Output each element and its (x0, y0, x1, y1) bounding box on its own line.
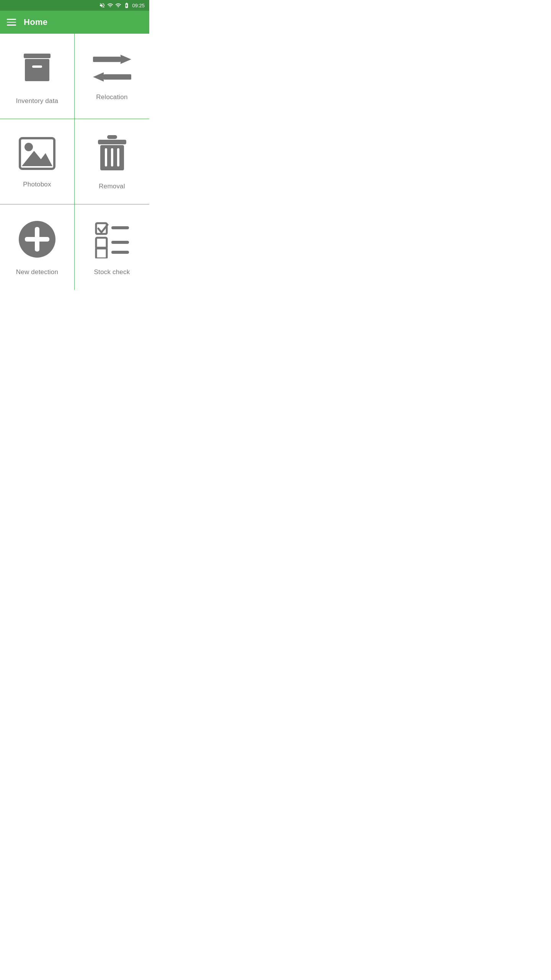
svg-rect-22 (111, 241, 129, 244)
wifi-icon (107, 2, 113, 8)
svg-rect-0 (24, 54, 51, 58)
signal-icon (115, 2, 121, 8)
svg-rect-20 (111, 226, 129, 229)
image-icon (18, 136, 56, 172)
svg-rect-15 (117, 148, 119, 167)
plus-circle-icon (18, 220, 56, 260)
main-grid: Inventory data Relocation (0, 34, 149, 290)
box-icon (18, 49, 56, 89)
stock-check-label: Stock check (94, 268, 130, 276)
app-bar: Home (0, 11, 149, 34)
svg-rect-13 (105, 148, 107, 167)
svg-rect-6 (104, 74, 131, 80)
svg-point-8 (24, 143, 33, 151)
removal-label: Removal (99, 183, 125, 190)
relocation-label: Relocation (96, 93, 127, 101)
battery-icon (123, 2, 130, 8)
mute-icon (99, 2, 105, 8)
trash-icon (95, 134, 129, 174)
status-bar: 09:25 (0, 0, 149, 11)
new-detection-button[interactable]: New detection (0, 204, 75, 290)
stock-check-button[interactable]: Stock check (75, 204, 149, 290)
svg-marker-4 (121, 55, 131, 64)
svg-rect-2 (32, 65, 42, 68)
svg-marker-5 (93, 72, 104, 82)
checklist-icon (93, 220, 131, 260)
removal-button[interactable]: Removal (75, 119, 149, 204)
status-time: 09:25 (132, 3, 145, 8)
photobox-button[interactable]: Photobox (0, 119, 75, 204)
svg-rect-11 (98, 140, 126, 144)
inventory-data-button[interactable]: Inventory data (0, 34, 75, 119)
svg-rect-3 (93, 57, 121, 62)
inventory-data-label: Inventory data (16, 97, 59, 105)
svg-rect-10 (107, 135, 117, 139)
arrows-icon (91, 53, 133, 85)
status-icons: 09:25 (99, 2, 145, 8)
svg-rect-14 (111, 148, 113, 167)
new-detection-label: New detection (16, 268, 58, 276)
svg-rect-24 (111, 251, 129, 254)
svg-rect-18 (25, 237, 49, 242)
svg-rect-1 (25, 59, 49, 81)
svg-marker-9 (22, 151, 52, 166)
menu-button[interactable] (7, 19, 16, 26)
photobox-label: Photobox (23, 181, 51, 188)
relocation-button[interactable]: Relocation (75, 34, 149, 119)
page-title: Home (24, 17, 47, 27)
